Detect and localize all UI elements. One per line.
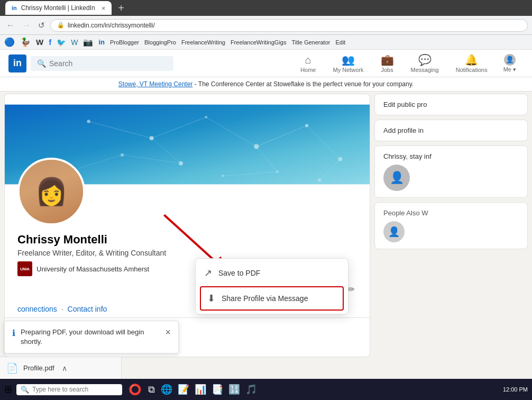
linkedin-favicon: in [12,5,17,11]
windows-start-icon[interactable]: ⊞ [4,384,12,395]
linkedin-navbar: in 🔍 ⌂ Home 👥 My Network 💼 Jobs 💬 Messag… [0,50,532,77]
bookmark-google[interactable]: 🔵 [4,37,15,47]
save-pdf-icon: ⬇ [207,293,215,304]
bookmarks-bar: 🔵 🦆 W f 🐦 W 📷 in ProBlogger BloggingPro … [0,35,532,50]
bookmark-wiki[interactable]: W [36,38,43,47]
bookmark-problogger[interactable]: ProBlogger [110,39,139,46]
ad-banner: Stowe, VT Meeting Center - The Conferenc… [0,77,532,92]
notifications-icon: 🔔 [465,53,478,66]
search-box[interactable]: 🔍 [31,56,173,71]
edit-public-text: Edit public pro [383,101,519,108]
people-also-card: People Also W 👤 [374,202,528,249]
ad-text: - The Conference Center at Stoweflake is… [195,80,414,88]
nav-items: ⌂ Home 👥 My Network 💼 Jobs 💬 Messaging 🔔… [292,50,524,77]
home-icon: ⌂ [305,54,311,66]
browser-chrome: in Chrissy Montelli | LinkedIn × + [0,0,532,16]
contact-info-link[interactable]: Contact info [68,305,107,313]
taskbar-chrome-icon[interactable]: 🌐 [159,384,174,395]
lock-icon: 🔒 [57,22,65,29]
forward-button[interactable]: → [20,21,33,30]
taskbar-excel-icon[interactable]: 📊 [193,384,208,395]
nav-item-jobs[interactable]: 💼 Jobs [372,50,402,77]
dropdown-menu: ↗ Save to PDF ⬇ Share Profile via Messag… [195,258,348,314]
taskbar-word-icon[interactable]: 📝 [176,384,191,395]
home-label: Home [300,67,316,73]
browser-tab[interactable]: in Chrissy Montelli | LinkedIn × [5,1,112,15]
nav-item-notifications[interactable]: 🔔 Notifications [447,50,496,77]
dropdown-item-save-pdf[interactable]: ⬇ Share Profile via Message [200,286,344,311]
tab-close-icon[interactable]: × [102,4,106,12]
bookmark-freelancewritinggigs[interactable]: FreelanceWritingGigs [231,39,287,46]
toast-message: Preparing PDF, your download will begin … [21,328,160,347]
network-icon: 👥 [342,53,355,66]
new-tab-button[interactable]: + [116,2,126,14]
connections-link[interactable]: connections [17,305,57,313]
taskbar: ⊞ 🔍 ⭕ ⧉ 🌐 📝 📊 📑 🔢 🎵 12:00 PM [0,379,532,400]
taskbar-task-view-icon[interactable]: ⧉ [146,384,157,395]
bookmark-li[interactable]: in [98,38,105,46]
nav-item-me[interactable]: 👤 Me ▾ [496,50,524,77]
save-pdf-label: Share Profile via Message [222,294,308,303]
url-text: linkedin.com/in/chrissymontelli/ [68,22,155,29]
share-label: Save to PDF [218,269,260,277]
add-profile-text: Add profile in [383,126,519,134]
profile-name: Chrissy Montelli [17,233,357,247]
nav-item-network[interactable]: 👥 My Network [324,50,372,77]
taskbar-search-icon: 🔍 [21,386,29,394]
bookmark-titlegenerator[interactable]: Title Generator [291,39,330,46]
nav-item-home[interactable]: ⌂ Home [292,50,324,77]
address-bar[interactable]: 🔒 linkedin.com/in/chrissymontelli/ [50,19,528,32]
share-icon: ↗ [204,267,212,279]
bookmark-twitter[interactable]: 🐦 [57,38,66,47]
download-filename: Profile.pdf [23,364,54,372]
bookmark-duck[interactable]: 🦆 [20,37,31,47]
download-chevron-icon[interactable]: ∧ [62,364,67,372]
network-label: My Network [333,67,363,73]
profile-card: 👩 Chrissy Montelli Freelance Writer, Edi… [4,94,370,357]
taskbar-search-box[interactable]: 🔍 [16,384,122,395]
bookmark-edit[interactable]: Edit [335,39,345,46]
taskbar-cortana-icon[interactable]: ⭕ [126,383,144,396]
toast-notification: ℹ Preparing PDF, your download will begi… [4,321,179,353]
toast-close-button[interactable]: × [165,328,171,337]
linkedin-logo: in [8,54,26,72]
dropdown-item-share[interactable]: ↗ Save to PDF [196,261,348,285]
bookmark-ig[interactable]: 📷 [83,38,93,47]
taskbar-right: 12:00 PM [503,386,528,393]
add-profile-card: Add profile in [374,120,528,141]
ad-link[interactable]: Stowe, VT Meeting Center [118,80,193,88]
taskbar-powerpoint-icon[interactable]: 📑 [210,384,225,395]
jobs-label: Jobs [381,67,393,73]
stay-info-text: Chrissy, stay inf [383,152,519,160]
taskbar-search-input[interactable] [32,386,106,393]
search-input[interactable] [49,59,155,68]
people-also-avatar: 👤 [383,221,405,242]
university-name: University of Massachusetts Amherst [36,265,149,273]
tab-title: Chrissy Montelli | LinkedIn [21,4,95,12]
bookmark-fb[interactable]: f [49,38,51,47]
stay-info-card: Chrissy, stay inf 👤 [374,146,528,198]
messaging-icon: 💬 [418,53,432,66]
download-file-icon: 📄 [6,362,18,374]
taskbar-clock: 12:00 PM [503,386,528,393]
taskbar-spotify-icon[interactable]: 🎵 [244,384,259,395]
back-button[interactable]: ← [4,21,17,30]
right-sidebar: Edit public pro Add profile in Chrissy, … [374,94,528,357]
reload-button[interactable]: ↺ [36,21,47,30]
messaging-label: Messaging [411,67,439,73]
me-label: Me ▾ [503,66,516,73]
bookmark-bloggingpro[interactable]: BloggingPro [144,39,176,46]
user-avatar: 👤 [504,54,516,66]
profile-title: Freelance Writer, Editor, & Writing Cons… [17,249,357,257]
profile-avatar: 👩 [17,158,85,225]
nav-item-messaging[interactable]: 💬 Messaging [402,50,447,77]
people-also-text: People Also W [383,209,519,217]
bookmark-freelancewriting[interactable]: FreelanceWriting [181,39,225,46]
jobs-icon: 💼 [381,53,394,66]
download-bar: 📄 Profile.pdf ∧ [0,357,122,379]
toast-info-icon: ℹ [12,328,15,338]
sidebar-avatar: 👤 [383,165,410,191]
edit-public-card: Edit public pro [374,94,528,115]
taskbar-calculator-icon[interactable]: 🔢 [227,384,242,395]
bookmark-wp[interactable]: W [71,38,78,47]
